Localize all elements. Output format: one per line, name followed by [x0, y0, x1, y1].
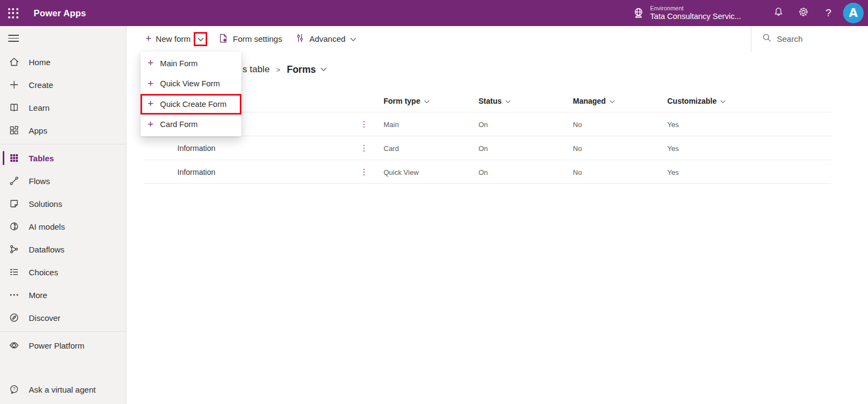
form-settings-button[interactable]: Form settings: [216, 30, 284, 48]
advanced-button[interactable]: Advanced: [293, 30, 359, 48]
sidebar-item-dataflows[interactable]: Dataflows: [0, 238, 126, 261]
sidebar-item-label: Power Platform: [29, 341, 85, 350]
sidebar-item-ask-a-virtual-agent[interactable]: ?Ask a virtual agent: [0, 378, 126, 401]
menu-item-card-form[interactable]: +Card Form: [141, 115, 241, 135]
sidebar-item-label: Flows: [29, 176, 50, 186]
sliders-icon: [295, 33, 305, 45]
sidebar-item-flows[interactable]: Flows: [0, 169, 126, 192]
sidebar-item-label: AI models: [29, 222, 65, 231]
ellipsis-icon: [9, 289, 20, 300]
sidebar-item-label: Home: [29, 58, 50, 67]
waffle-icon: [8, 8, 18, 18]
home-icon: [9, 56, 20, 67]
chevron-down-icon[interactable]: [197, 34, 204, 44]
status-cell: On: [478, 136, 488, 160]
form-type-cell: Card: [384, 136, 399, 160]
column-header-managed[interactable]: Managed: [573, 90, 615, 112]
sidebar-item-label: Dataflows: [29, 245, 65, 254]
sidebar-item-label: Apps: [29, 126, 47, 135]
sidebar-item-solutions[interactable]: Solutions: [0, 192, 126, 215]
avatar[interactable]: A: [843, 3, 864, 23]
form-type-cell: Quick View: [384, 160, 419, 184]
menu-item-quick-view-form[interactable]: +Quick View Form: [141, 74, 241, 94]
column-header-label: Status: [478, 97, 502, 105]
forms-table: Form typeStatusManagedCustomizable MainO…: [144, 90, 831, 184]
menu-item-label: Card Form: [160, 120, 197, 129]
environment-picker[interactable]: Environment Tata Consultancy Servic...: [632, 5, 741, 21]
plus-icon: +: [148, 98, 154, 109]
power-platform-icon: [9, 340, 20, 351]
kebab-icon: [359, 169, 369, 176]
sidebar-item-discover[interactable]: Discover: [0, 306, 126, 329]
sidebar-divider: [0, 331, 126, 332]
row-more-commands-button[interactable]: [359, 112, 369, 136]
sidebar-item-home[interactable]: Home: [0, 50, 126, 73]
plus-icon: +: [145, 33, 151, 43]
plus-icon: +: [148, 119, 154, 129]
breadcrumb-current-forms[interactable]: Forms: [287, 64, 327, 75]
breadcrumb-table-link[interactable]: s table: [242, 64, 270, 75]
hamburger-icon: [8, 35, 19, 42]
breadcrumb: s table > Forms: [242, 61, 327, 78]
app-launcher-button[interactable]: [0, 0, 26, 26]
table-row[interactable]: InformationCardOnNoYes: [144, 136, 831, 160]
highlight-box-new-form-chevron: [194, 32, 207, 46]
sidebar-item-apps[interactable]: Apps: [0, 119, 126, 142]
menu-item-label: Quick View Form: [160, 79, 220, 88]
kebab-icon: [359, 145, 369, 152]
form-name-cell[interactable]: Information: [177, 160, 215, 184]
chevron-down-icon: [320, 67, 327, 72]
new-form-label: New form: [156, 34, 190, 43]
managed-cell: No: [573, 112, 582, 136]
advanced-label: Advanced: [309, 34, 346, 43]
left-sidebar: HomeCreateLearnAppsTablesFlowsSolutionsA…: [0, 26, 126, 404]
sidebar-bottom: ?Ask a virtual agent: [0, 378, 126, 404]
sidebar-item-create[interactable]: Create: [0, 73, 126, 96]
column-header-label: Form type: [384, 97, 420, 105]
managed-cell: No: [573, 136, 582, 160]
sidebar-item-ai-models[interactable]: AI models: [0, 215, 126, 238]
sidebar-item-label: Choices: [29, 268, 58, 277]
form-settings-icon: [218, 33, 228, 45]
solutions-icon: [9, 198, 20, 209]
form-name-cell[interactable]: Information: [177, 136, 215, 160]
power-apps-window: Power Apps Environment Tata Consultancy …: [0, 0, 868, 404]
column-header-status[interactable]: Status: [478, 90, 511, 112]
sidebar-item-choices[interactable]: Choices: [0, 261, 126, 283]
row-more-commands-button[interactable]: [359, 160, 369, 184]
apps-icon: [9, 125, 20, 136]
chevron-down-icon: [505, 97, 511, 105]
gear-icon: [798, 7, 809, 20]
menu-item-main-form[interactable]: +Main Form: [141, 53, 241, 74]
sidebar-item-label: Discover: [29, 313, 60, 323]
table-row[interactable]: MainOnNoYes: [144, 112, 831, 136]
plus-icon: [9, 79, 20, 90]
choices-icon: [9, 267, 20, 277]
menu-item-label: Quick Create Form: [160, 100, 226, 109]
app-title: Power Apps: [34, 8, 86, 18]
top-header: Power Apps Environment Tata Consultancy …: [0, 0, 868, 26]
search-input[interactable]: [777, 34, 858, 43]
settings-button[interactable]: [791, 0, 816, 26]
environment-globe-icon: [632, 7, 645, 20]
row-more-commands-button[interactable]: [359, 136, 369, 160]
form-settings-label: Form settings: [233, 34, 282, 43]
flow-icon: [9, 175, 20, 186]
customizable-cell: Yes: [667, 160, 679, 184]
menu-item-quick-create-form[interactable]: +Quick Create Form: [141, 94, 241, 115]
sidebar-item-label: More: [29, 291, 47, 300]
sidebar-item-tables[interactable]: Tables: [0, 147, 126, 169]
sidebar-item-power-platform[interactable]: Power Platform: [0, 334, 126, 357]
column-header-form-type[interactable]: Form type: [384, 90, 430, 112]
notifications-button[interactable]: [766, 0, 791, 26]
plus-icon: +: [148, 58, 154, 68]
table-row[interactable]: InformationQuick ViewOnNoYes: [144, 160, 831, 184]
column-header-label: Managed: [573, 97, 606, 105]
ai-models-icon: [9, 221, 20, 232]
column-header-customizable[interactable]: Customizable: [667, 90, 726, 112]
sidebar-item-more[interactable]: More: [0, 283, 126, 306]
new-form-button[interactable]: + New form: [143, 31, 193, 47]
collapse-nav-button[interactable]: [0, 26, 126, 50]
help-button[interactable]: ?: [816, 0, 841, 26]
sidebar-item-learn[interactable]: Learn: [0, 96, 126, 119]
